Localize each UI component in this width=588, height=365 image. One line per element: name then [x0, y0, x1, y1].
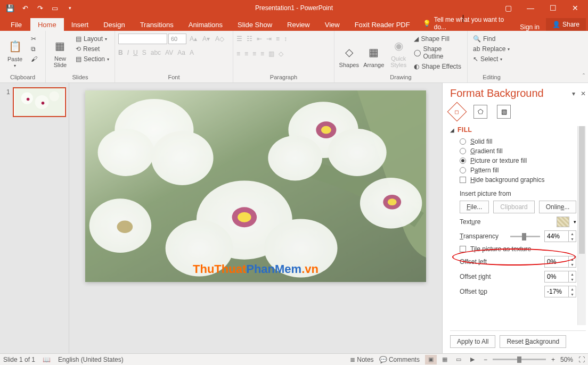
fill-section-header[interactable]: ◢ Fill: [450, 126, 576, 134]
align-left-icon[interactable]: ≡: [236, 50, 240, 57]
tab-foxit[interactable]: Foxit Reader PDF: [347, 18, 418, 31]
decrease-indent-icon[interactable]: ⇤: [257, 35, 262, 43]
slide-thumbnail-1[interactable]: 1: [13, 87, 66, 117]
reset-button[interactable]: ⟲Reset: [74, 44, 111, 54]
online-button[interactable]: Online...: [539, 201, 577, 213]
texture-picker[interactable]: [557, 217, 569, 227]
picture-fill-radio[interactable]: Picture or texture fill: [460, 157, 576, 164]
hide-bg-graphics-check[interactable]: Hide background graphics: [460, 176, 576, 184]
redo-icon[interactable]: ↷: [34, 2, 46, 14]
offset-top-spinner[interactable]: ▲▼: [544, 286, 576, 297]
tab-home[interactable]: Home: [30, 18, 64, 31]
reset-background-button[interactable]: Reset Background: [500, 335, 566, 348]
tab-transitions[interactable]: Transitions: [133, 18, 181, 31]
increase-indent-icon[interactable]: ⇥: [266, 35, 272, 43]
tab-insert[interactable]: Insert: [64, 18, 96, 31]
minimize-icon[interactable]: —: [520, 1, 541, 15]
save-icon[interactable]: 💾: [4, 2, 16, 14]
strike-icon[interactable]: abc: [151, 49, 161, 56]
offset-right-spinner[interactable]: ▲▼: [544, 271, 576, 283]
pane-options-icon[interactable]: ▾: [572, 90, 575, 97]
gradient-fill-radio[interactable]: Gradient fill: [460, 147, 576, 155]
bold-icon[interactable]: B: [118, 49, 123, 56]
spin-up-icon[interactable]: ▲: [569, 256, 576, 262]
zoom-out-icon[interactable]: −: [484, 356, 487, 363]
slide-count[interactable]: Slide 1 of 1: [3, 356, 35, 363]
offset-left-spinner[interactable]: ▲▼: [544, 256, 576, 268]
fit-to-window-icon[interactable]: ⛶: [578, 356, 585, 363]
columns-icon[interactable]: ▥: [268, 50, 274, 57]
font-name-combo[interactable]: [118, 34, 167, 44]
section-button[interactable]: ▤Section▾: [74, 54, 111, 64]
shape-effects-button[interactable]: ◐Shape Effects: [412, 62, 464, 71]
quick-styles-button[interactable]: ◉Quick Styles: [387, 33, 410, 68]
qat-customize-icon[interactable]: ▾: [64, 2, 76, 14]
cut-button[interactable]: ✂: [29, 34, 39, 44]
maximize-icon[interactable]: ☐: [542, 1, 564, 15]
font-size-combo[interactable]: 60: [168, 34, 186, 44]
share-button[interactable]: 👤 Share: [546, 18, 586, 31]
font-color-icon[interactable]: A: [190, 49, 194, 56]
arrange-button[interactable]: ▦Arrange: [362, 33, 385, 68]
decrease-font-icon[interactable]: A▾: [200, 34, 212, 44]
slideshow-view-icon[interactable]: ▶: [467, 355, 478, 364]
reading-view-icon[interactable]: ▭: [453, 355, 464, 364]
spacing-icon[interactable]: AV: [165, 49, 173, 56]
replace-button[interactable]: abReplace▾: [471, 44, 512, 54]
spin-up-icon[interactable]: ▲: [569, 286, 576, 292]
tile-picture-check[interactable]: Tile picture as texture: [460, 245, 576, 253]
sorter-view-icon[interactable]: ▦: [439, 355, 451, 364]
pane-scrollbar[interactable]: [577, 126, 586, 325]
notes-button[interactable]: ≣ Notes: [350, 356, 374, 363]
spin-down-icon[interactable]: ▼: [569, 262, 576, 267]
language-status[interactable]: English (United States): [58, 356, 124, 363]
comments-button[interactable]: 💬 Comments: [379, 356, 420, 363]
shadow-icon[interactable]: S: [142, 49, 146, 56]
bullets-icon[interactable]: ☰: [236, 35, 242, 43]
justify-icon[interactable]: ≡: [260, 50, 264, 57]
spin-down-icon[interactable]: ▼: [569, 292, 576, 297]
text-direction-icon[interactable]: ↕: [284, 35, 287, 43]
normal-view-icon[interactable]: ▣: [425, 355, 437, 364]
fill-category-icon[interactable]: ◇: [447, 102, 467, 122]
numbering-icon[interactable]: ☷: [247, 35, 252, 43]
pane-close-icon[interactable]: ✕: [581, 90, 586, 97]
apply-to-all-button[interactable]: Apply to All: [450, 335, 495, 348]
spin-down-icon[interactable]: ▼: [569, 277, 576, 282]
collapse-ribbon-icon[interactable]: ˆ: [583, 73, 585, 80]
underline-icon[interactable]: U: [133, 49, 138, 56]
format-painter-button[interactable]: 🖌: [29, 54, 39, 64]
transparency-slider[interactable]: [510, 236, 540, 237]
start-from-beginning-icon[interactable]: ▭: [49, 2, 61, 14]
effects-category-icon[interactable]: ⬠: [473, 105, 487, 119]
pattern-fill-radio[interactable]: Pattern fill: [460, 167, 576, 174]
file-button[interactable]: File...: [460, 201, 489, 213]
tab-design[interactable]: Design: [96, 18, 132, 31]
tab-file[interactable]: File: [2, 18, 30, 31]
layout-button[interactable]: ▤Layout▾: [74, 34, 111, 44]
solid-fill-radio[interactable]: SSolid fillolid fill: [460, 138, 576, 145]
zoom-in-icon[interactable]: +: [551, 356, 555, 363]
offset-top-input[interactable]: [545, 286, 568, 297]
new-slide-button[interactable]: ▦ New Slide: [49, 33, 71, 68]
transparency-spinner[interactable]: ▲▼: [544, 230, 576, 242]
slide-canvas[interactable]: ThuThuatPhanMem.vn: [85, 90, 426, 282]
change-case-icon[interactable]: Aa: [177, 49, 185, 56]
sign-in-link[interactable]: Sign in: [513, 23, 546, 31]
offset-left-input[interactable]: [545, 256, 568, 267]
align-right-icon[interactable]: ≡: [252, 50, 256, 57]
shape-fill-button[interactable]: ◢Shape Fill: [412, 34, 464, 44]
paste-button[interactable]: 📋 Paste ▾: [3, 33, 27, 68]
align-center-icon[interactable]: ≡: [244, 50, 248, 57]
undo-icon[interactable]: ↶: [19, 2, 31, 14]
line-spacing-icon[interactable]: ≡: [276, 35, 280, 43]
clear-formatting-icon[interactable]: A◇: [213, 34, 226, 44]
find-button[interactable]: 🔍Find: [471, 34, 512, 44]
transparency-input[interactable]: [545, 231, 568, 242]
ribbon-display-icon[interactable]: ▢: [497, 1, 519, 15]
spin-up-icon[interactable]: ▲: [569, 231, 576, 236]
close-icon[interactable]: ✕: [565, 1, 586, 15]
tab-animations[interactable]: Animations: [181, 18, 230, 31]
offset-right-input[interactable]: [545, 271, 568, 282]
zoom-level[interactable]: 50%: [560, 356, 573, 363]
